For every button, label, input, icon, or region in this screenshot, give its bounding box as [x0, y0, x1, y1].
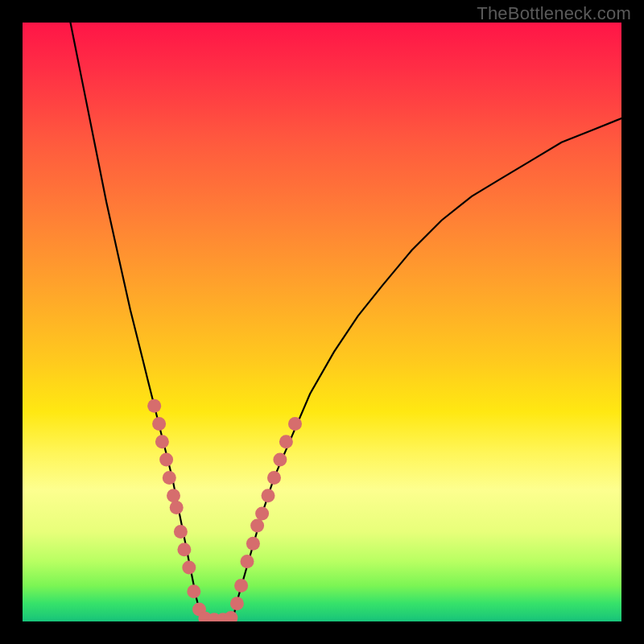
scatter-dot	[250, 519, 264, 533]
right-curve	[232, 118, 621, 621]
curve-layer	[23, 23, 621, 621]
scatter-dot	[279, 435, 293, 448]
scatter-dot	[177, 543, 191, 556]
scatter-dot	[152, 417, 166, 431]
plot-area	[23, 23, 621, 621]
chart-frame: TheBottleneck.com	[0, 0, 644, 644]
scatter-dot	[246, 537, 260, 551]
scatter-dot	[182, 561, 196, 575]
scatter-dot	[241, 555, 254, 568]
scatter-dot	[147, 399, 161, 413]
scatter-dot	[288, 417, 302, 431]
scatter-dot	[262, 489, 275, 502]
scatter-dot	[230, 597, 244, 610]
watermark-text: TheBottleneck.com	[477, 3, 631, 24]
scatter-dot	[187, 584, 200, 598]
scatter-dot	[155, 435, 169, 448]
scatter-dot	[234, 579, 248, 592]
scatter-dot	[267, 471, 281, 485]
scatter-dot	[174, 525, 188, 539]
scatter-dot	[170, 501, 184, 514]
scatter-dot	[273, 453, 287, 467]
scatter-dot	[167, 489, 180, 502]
scatter-points	[147, 399, 302, 621]
scatter-dot	[163, 471, 176, 485]
scatter-dot	[224, 611, 237, 621]
scatter-dot	[255, 507, 269, 521]
scatter-dot	[159, 453, 173, 467]
